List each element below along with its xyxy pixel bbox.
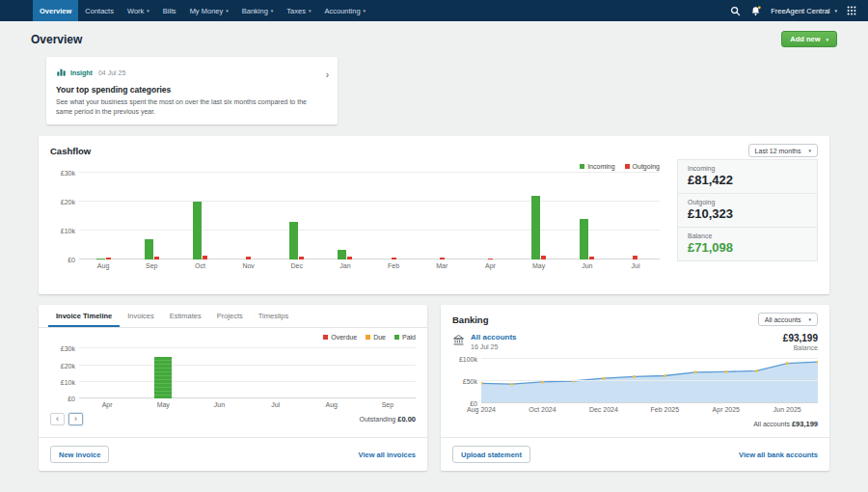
insight-body: See what your business spent the most on… (56, 97, 328, 117)
notifications-bell-icon[interactable] (750, 6, 761, 16)
invoice-tabs: Invoice Timeline Invoices Estimates Proj… (39, 305, 427, 328)
nav-item-label: Overview (40, 7, 71, 15)
balance-value: £93,199 (783, 333, 818, 343)
x-axis-tick-label: Jun (191, 401, 247, 408)
view-all-invoices-link[interactable]: View all invoices (359, 451, 416, 459)
bar-group-may (515, 173, 563, 260)
balance-area-svg (481, 359, 818, 403)
bar-incoming (289, 222, 298, 260)
banking-header: Banking All accounts ▾ (441, 305, 829, 326)
next-page-button[interactable]: › (68, 413, 83, 425)
cashflow-header: Cashflow Last 12 months ▾ (50, 144, 818, 157)
chevron-right-icon[interactable]: › (326, 69, 329, 80)
nav-item-label: Work (127, 7, 144, 15)
x-axis-tick-label: Aug (304, 401, 360, 408)
prev-page-button[interactable]: ‹ (50, 413, 65, 425)
bar-series (79, 348, 416, 398)
caret-down-icon: ▾ (309, 8, 312, 14)
bar-outgoing (154, 257, 159, 260)
all-accounts-link[interactable]: All accounts (471, 333, 517, 342)
bar-group-sep (360, 348, 416, 398)
bar-incoming (96, 259, 105, 260)
x-axis-tick-label: Apr (79, 401, 135, 408)
tab-projects[interactable]: Projects (209, 305, 251, 327)
x-axis-tick-label: Sep (127, 262, 176, 269)
nav-item-overview[interactable]: Overview (33, 0, 78, 21)
bar-outgoing (299, 257, 304, 260)
balance-total: £71,098 (688, 240, 807, 255)
bar-incoming (193, 202, 202, 260)
invoice-footer: New invoice View all invoices (39, 437, 427, 471)
x-axis-tick-label: Jan (321, 262, 369, 269)
legend-due: Due (366, 334, 386, 341)
x-axis-tick-label: Feb (369, 262, 418, 269)
bar-group-dec (273, 173, 321, 260)
y-axis-tick-label: £50k (450, 378, 477, 385)
tab-estimates[interactable]: Estimates (162, 305, 209, 327)
search-icon[interactable] (730, 6, 741, 16)
x-axis-tick-label: Aug (79, 262, 127, 269)
new-invoice-button[interactable]: New invoice (50, 446, 109, 463)
nav-item-my-money[interactable]: My Money▾ (183, 0, 235, 21)
cashflow-period-select[interactable]: Last 12 months ▾ (748, 144, 818, 157)
page-header: Overview Add new ▾ (0, 21, 868, 55)
page-title: Overview (31, 33, 82, 46)
nav-utilities: FreeAgent Central ▾ (730, 0, 868, 21)
y-axis-tick-label: £0 (48, 396, 75, 402)
insight-card[interactable]: Insight 04 Jul 25 Your top spending cate… (46, 57, 338, 124)
account-menu[interactable]: FreeAgent Central ▾ (771, 7, 837, 15)
upload-statement-button[interactable]: Upload statement (452, 446, 530, 463)
x-axis-tick-label: Jul (248, 401, 304, 408)
bar-series (79, 173, 660, 260)
banking-account-select[interactable]: All accounts ▾ (758, 313, 818, 326)
banking-area-chart: £100k£50k£0 Aug 2024Oct 2024Dec 2024Feb … (441, 359, 829, 416)
invoice-pagination-row: ‹ › Outstanding £0.00 (39, 408, 427, 425)
nav-item-taxes[interactable]: Taxes▾ (280, 0, 317, 21)
view-all-bank-accounts-link[interactable]: View all bank accounts (739, 451, 818, 459)
legend-paid: Paid (394, 334, 416, 341)
apps-grid-icon[interactable] (847, 6, 856, 15)
summary-incoming: Incoming £81,422 (678, 160, 817, 194)
caret-down-icon: ▾ (808, 316, 811, 322)
tab-timeslips[interactable]: Timeslips (251, 305, 296, 327)
pager: ‹ › (50, 413, 83, 425)
x-axis-tick-label: Aug 2024 (467, 406, 496, 413)
invoice-plot: £30k£20k£10k£0 (79, 348, 416, 398)
nav-item-banking[interactable]: Banking▾ (235, 0, 281, 21)
legend-incoming: Incoming (580, 163, 614, 170)
tab-invoice-timeline[interactable]: Invoice Timeline (48, 305, 120, 327)
nav-item-label: Accounting (324, 7, 360, 15)
bar-group-apr (466, 173, 514, 260)
x-axis-tick-label: Dec 2024 (589, 406, 618, 413)
tab-invoices[interactable]: Invoices (120, 305, 162, 327)
bank-building-icon (452, 333, 465, 350)
cashflow-summary: Incoming £81,422 Outgoing £10,323 Balanc… (677, 159, 818, 261)
insight-label: Insight (70, 69, 93, 76)
add-new-button[interactable]: Add new ▾ (781, 31, 837, 47)
nav-item-bills[interactable]: Bills (156, 0, 183, 21)
y-axis-tick-label: £30k (48, 170, 75, 177)
summary-balance: Balance £71,098 (678, 228, 817, 260)
bar-group-jul (611, 173, 660, 260)
nav-item-work[interactable]: Work▾ (121, 0, 156, 21)
invoice-legend: Overdue Due Paid (39, 328, 427, 341)
bar-group-jun (563, 173, 611, 260)
cashflow-bar-chart: £30k£20k£10k£0 AugSepOctNovDecJanFebMarA… (50, 173, 660, 269)
bar-group-aug (79, 173, 127, 260)
main-content: Insight 04 Jul 25 Your top spending cate… (0, 57, 868, 471)
bar-group-may (135, 348, 191, 398)
statement-date: 16 Jul 25 (471, 343, 517, 350)
nav-item-accounting[interactable]: Accounting▾ (317, 0, 372, 21)
nav-item-contacts[interactable]: Contacts (78, 0, 121, 21)
y-axis-tick-label: £10k (48, 378, 75, 385)
outgoing-total: £10,323 (688, 206, 807, 221)
cashflow-x-axis: AugSepOctNovDecJanFebMarAprMayJunJul (79, 262, 660, 269)
gridline (481, 402, 818, 403)
invoice-bar-chart: £30k£20k£10k£0 AprMayJunJulAugSep (39, 348, 427, 408)
x-axis-tick-label: Jul (611, 262, 660, 269)
caret-down-icon: ▾ (808, 148, 811, 153)
cashflow-title: Cashflow (50, 146, 91, 156)
outstanding-total: Outstanding £0.00 (360, 415, 416, 424)
banking-total-value: £93,199 (792, 420, 818, 428)
bar-group-feb (369, 173, 418, 260)
